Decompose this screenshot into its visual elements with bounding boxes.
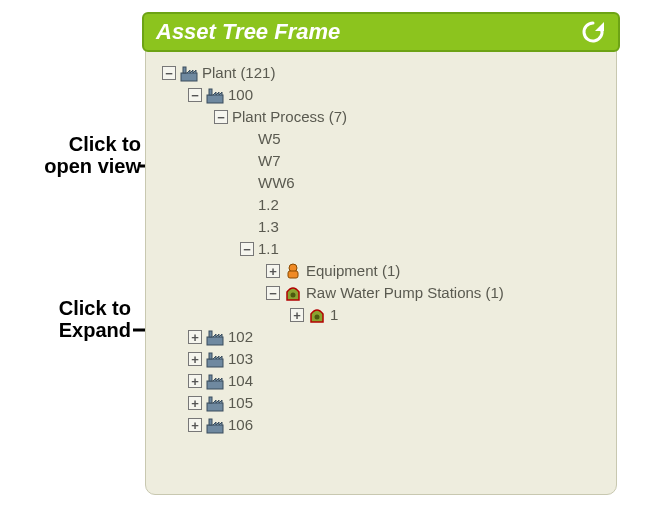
plant-icon <box>180 64 198 82</box>
node-label: 1.3 <box>258 216 279 238</box>
station-icon <box>308 306 326 324</box>
svg-rect-17 <box>209 419 212 425</box>
node-label: W7 <box>258 150 281 172</box>
tree-node-1-1[interactable]: 1.1 <box>240 238 606 260</box>
node-label: W5 <box>258 128 281 150</box>
asset-tree-panel: Asset Tree Frame Plant (121) 100 <box>145 15 617 495</box>
node-label: 103 <box>228 348 253 370</box>
svg-rect-12 <box>207 381 223 389</box>
svg-rect-9 <box>209 331 212 337</box>
expander-minus[interactable] <box>240 242 254 256</box>
plant-icon <box>206 416 224 434</box>
station-icon <box>284 284 302 302</box>
panel-title: Asset Tree Frame <box>156 19 340 45</box>
svg-rect-14 <box>207 403 223 411</box>
svg-point-6 <box>291 293 296 298</box>
tree-node-w7[interactable]: W7 <box>240 150 606 172</box>
tree-node-ww6[interactable]: WW6 <box>240 172 606 194</box>
plant-icon <box>206 350 224 368</box>
node-label: 104 <box>228 370 253 392</box>
svg-rect-2 <box>207 95 223 103</box>
plant-icon <box>206 372 224 390</box>
plant-icon <box>206 328 224 346</box>
svg-rect-16 <box>207 425 223 433</box>
asset-tree: Plant (121) 100 Plant Process (7) W5 W7 … <box>162 62 606 484</box>
expander-plus[interactable] <box>188 374 202 388</box>
expander-plus[interactable] <box>188 396 202 410</box>
expander-plus[interactable] <box>266 264 280 278</box>
node-label: 1.1 <box>258 238 279 260</box>
tree-node-103[interactable]: 103 <box>188 348 606 370</box>
svg-rect-5 <box>288 271 298 278</box>
plant-icon <box>206 394 224 412</box>
node-label: 102 <box>228 326 253 348</box>
expander-plus[interactable] <box>290 308 304 322</box>
tree-node-1[interactable]: 1 <box>290 304 606 326</box>
node-label: Plant Process (7) <box>232 106 347 128</box>
svg-rect-13 <box>209 375 212 381</box>
svg-point-7 <box>315 315 320 320</box>
tree-node-100[interactable]: 100 <box>188 84 606 106</box>
svg-rect-8 <box>207 337 223 345</box>
node-label: 100 <box>228 84 253 106</box>
node-label: 106 <box>228 414 253 436</box>
expander-plus[interactable] <box>188 418 202 432</box>
tree-node-plant[interactable]: Plant (121) <box>162 62 606 84</box>
tree-node-w5[interactable]: W5 <box>240 128 606 150</box>
expander-plus[interactable] <box>188 352 202 366</box>
expander-minus[interactable] <box>188 88 202 102</box>
annot-click-open-view: Click to open view <box>5 133 141 177</box>
tree-node-1-3[interactable]: 1.3 <box>240 216 606 238</box>
refresh-icon[interactable] <box>580 19 606 45</box>
node-label: Raw Water Pump Stations (1) <box>306 282 504 304</box>
svg-rect-11 <box>209 353 212 359</box>
svg-rect-10 <box>207 359 223 367</box>
tree-node-raw-water[interactable]: Raw Water Pump Stations (1) <box>266 282 606 304</box>
expander-minus[interactable] <box>214 110 228 124</box>
node-label: Plant (121) <box>202 62 275 84</box>
node-label: 1 <box>330 304 338 326</box>
tree-node-equipment[interactable]: Equipment (1) <box>266 260 606 282</box>
tree-node-plant-process[interactable]: Plant Process (7) <box>214 106 606 128</box>
node-label: Equipment (1) <box>306 260 400 282</box>
tree-node-106[interactable]: 106 <box>188 414 606 436</box>
svg-rect-15 <box>209 397 212 403</box>
tree-node-1-2[interactable]: 1.2 <box>240 194 606 216</box>
expander-minus[interactable] <box>266 286 280 300</box>
node-label: WW6 <box>258 172 295 194</box>
expander-minus[interactable] <box>162 66 176 80</box>
equipment-icon <box>284 262 302 280</box>
svg-rect-1 <box>183 67 186 73</box>
node-label: 1.2 <box>258 194 279 216</box>
svg-rect-3 <box>209 89 212 95</box>
expander-plus[interactable] <box>188 330 202 344</box>
tree-node-104[interactable]: 104 <box>188 370 606 392</box>
svg-rect-0 <box>181 73 197 81</box>
panel-header: Asset Tree Frame <box>142 12 620 52</box>
tree-node-102[interactable]: 102 <box>188 326 606 348</box>
annot-click-expand: Click to Expand <box>5 297 131 341</box>
tree-node-105[interactable]: 105 <box>188 392 606 414</box>
plant-icon <box>206 86 224 104</box>
node-label: 105 <box>228 392 253 414</box>
